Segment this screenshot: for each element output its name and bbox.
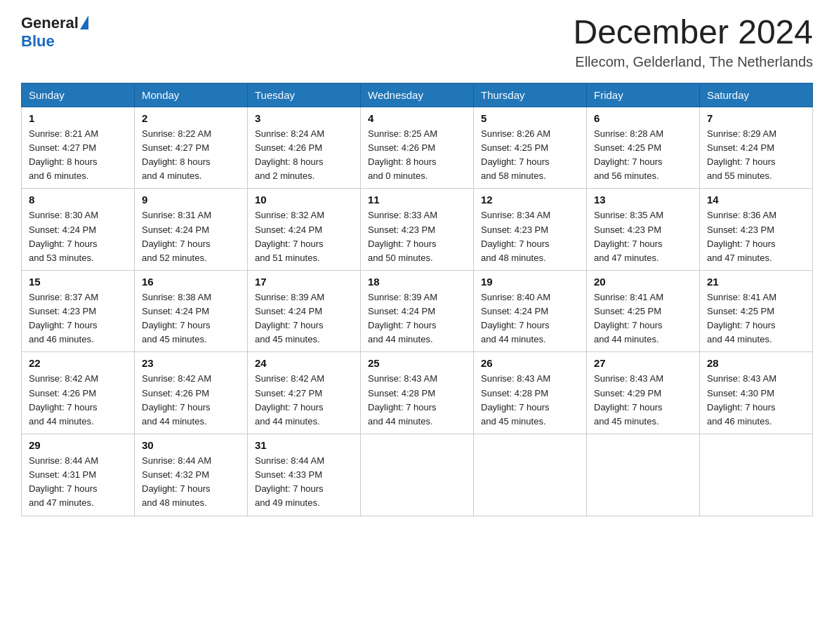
day-number: 9 (142, 194, 240, 206)
day-detail: Sunrise: 8:29 AMSunset: 4:24 PMDaylight:… (707, 127, 805, 184)
calendar-cell: 12Sunrise: 8:34 AMSunset: 4:23 PMDayligh… (474, 189, 587, 271)
weekday-header-monday: Monday (135, 83, 248, 107)
day-detail: Sunrise: 8:25 AMSunset: 4:26 PMDaylight:… (368, 127, 466, 184)
day-detail: Sunrise: 8:30 AMSunset: 4:24 PMDaylight:… (29, 208, 127, 265)
calendar-cell: 23Sunrise: 8:42 AMSunset: 4:26 PMDayligh… (135, 352, 248, 434)
day-number: 12 (481, 194, 579, 206)
calendar-week-row: 8Sunrise: 8:30 AMSunset: 4:24 PMDaylight… (22, 189, 813, 271)
day-detail: Sunrise: 8:34 AMSunset: 4:23 PMDaylight:… (481, 208, 579, 265)
day-number: 25 (368, 357, 466, 369)
calendar-table: SundayMondayTuesdayWednesdayThursdayFrid… (21, 83, 813, 516)
calendar-cell: 30Sunrise: 8:44 AMSunset: 4:32 PMDayligh… (135, 434, 248, 516)
day-detail: Sunrise: 8:39 AMSunset: 4:24 PMDaylight:… (255, 290, 353, 347)
calendar-header: SundayMondayTuesdayWednesdayThursdayFrid… (22, 83, 813, 107)
day-detail: Sunrise: 8:44 AMSunset: 4:33 PMDaylight:… (255, 454, 353, 511)
month-title: December 2024 (573, 14, 813, 51)
day-detail: Sunrise: 8:41 AMSunset: 4:25 PMDaylight:… (707, 290, 805, 347)
day-detail: Sunrise: 8:44 AMSunset: 4:31 PMDaylight:… (29, 454, 127, 511)
day-detail: Sunrise: 8:35 AMSunset: 4:23 PMDaylight:… (594, 208, 692, 265)
page-header: General Blue December 2024 Ellecom, Geld… (21, 14, 813, 70)
day-detail: Sunrise: 8:43 AMSunset: 4:28 PMDaylight:… (481, 372, 579, 429)
day-number: 21 (707, 276, 805, 288)
day-detail: Sunrise: 8:43 AMSunset: 4:29 PMDaylight:… (594, 372, 692, 429)
day-number: 30 (142, 439, 240, 451)
logo-blue-text: Blue (21, 32, 55, 51)
calendar-cell: 9Sunrise: 8:31 AMSunset: 4:24 PMDaylight… (135, 189, 248, 271)
day-number: 20 (594, 276, 692, 288)
day-detail: Sunrise: 8:43 AMSunset: 4:28 PMDaylight:… (368, 372, 466, 429)
calendar-cell: 21Sunrise: 8:41 AMSunset: 4:25 PMDayligh… (700, 270, 813, 352)
logo: General Blue (21, 14, 88, 51)
day-detail: Sunrise: 8:26 AMSunset: 4:25 PMDaylight:… (481, 127, 579, 184)
day-detail: Sunrise: 8:38 AMSunset: 4:24 PMDaylight:… (142, 290, 240, 347)
day-detail: Sunrise: 8:44 AMSunset: 4:32 PMDaylight:… (142, 454, 240, 511)
calendar-cell: 24Sunrise: 8:42 AMSunset: 4:27 PMDayligh… (248, 352, 361, 434)
day-detail: Sunrise: 8:37 AMSunset: 4:23 PMDaylight:… (29, 290, 127, 347)
calendar-cell: 2Sunrise: 8:22 AMSunset: 4:27 PMDaylight… (135, 107, 248, 189)
calendar-cell (361, 434, 474, 516)
weekday-header-saturday: Saturday (700, 83, 813, 107)
day-number: 11 (368, 194, 466, 206)
day-number: 3 (255, 112, 353, 124)
day-detail: Sunrise: 8:28 AMSunset: 4:25 PMDaylight:… (594, 127, 692, 184)
day-detail: Sunrise: 8:22 AMSunset: 4:27 PMDaylight:… (142, 127, 240, 184)
day-number: 28 (707, 357, 805, 369)
calendar-cell: 28Sunrise: 8:43 AMSunset: 4:30 PMDayligh… (700, 352, 813, 434)
day-number: 31 (255, 439, 353, 451)
calendar-cell (700, 434, 813, 516)
day-detail: Sunrise: 8:42 AMSunset: 4:27 PMDaylight:… (255, 372, 353, 429)
calendar-cell: 15Sunrise: 8:37 AMSunset: 4:23 PMDayligh… (22, 270, 135, 352)
weekday-header-friday: Friday (587, 83, 700, 107)
calendar-cell: 16Sunrise: 8:38 AMSunset: 4:24 PMDayligh… (135, 270, 248, 352)
calendar-cell: 29Sunrise: 8:44 AMSunset: 4:31 PMDayligh… (22, 434, 135, 516)
day-detail: Sunrise: 8:40 AMSunset: 4:24 PMDaylight:… (481, 290, 579, 347)
day-number: 18 (368, 276, 466, 288)
day-detail: Sunrise: 8:39 AMSunset: 4:24 PMDaylight:… (368, 290, 466, 347)
calendar-cell: 14Sunrise: 8:36 AMSunset: 4:23 PMDayligh… (700, 189, 813, 271)
day-detail: Sunrise: 8:24 AMSunset: 4:26 PMDaylight:… (255, 127, 353, 184)
day-detail: Sunrise: 8:31 AMSunset: 4:24 PMDaylight:… (142, 208, 240, 265)
weekday-header-row: SundayMondayTuesdayWednesdayThursdayFrid… (22, 83, 813, 107)
calendar-cell: 13Sunrise: 8:35 AMSunset: 4:23 PMDayligh… (587, 189, 700, 271)
day-number: 10 (255, 194, 353, 206)
day-number: 29 (29, 439, 127, 451)
calendar-body: 1Sunrise: 8:21 AMSunset: 4:27 PMDaylight… (22, 107, 813, 516)
weekday-header-sunday: Sunday (22, 83, 135, 107)
day-detail: Sunrise: 8:36 AMSunset: 4:23 PMDaylight:… (707, 208, 805, 265)
logo-general-text: General (21, 14, 79, 32)
calendar-week-row: 22Sunrise: 8:42 AMSunset: 4:26 PMDayligh… (22, 352, 813, 434)
location-title: Ellecom, Gelderland, The Netherlands (573, 54, 813, 70)
calendar-week-row: 1Sunrise: 8:21 AMSunset: 4:27 PMDaylight… (22, 107, 813, 189)
day-number: 1 (29, 112, 127, 124)
calendar-cell: 26Sunrise: 8:43 AMSunset: 4:28 PMDayligh… (474, 352, 587, 434)
calendar-cell: 17Sunrise: 8:39 AMSunset: 4:24 PMDayligh… (248, 270, 361, 352)
day-number: 8 (29, 194, 127, 206)
day-detail: Sunrise: 8:42 AMSunset: 4:26 PMDaylight:… (29, 372, 127, 429)
day-number: 24 (255, 357, 353, 369)
calendar-cell: 27Sunrise: 8:43 AMSunset: 4:29 PMDayligh… (587, 352, 700, 434)
day-number: 16 (142, 276, 240, 288)
day-number: 13 (594, 194, 692, 206)
day-detail: Sunrise: 8:41 AMSunset: 4:25 PMDaylight:… (594, 290, 692, 347)
day-number: 19 (481, 276, 579, 288)
calendar-week-row: 29Sunrise: 8:44 AMSunset: 4:31 PMDayligh… (22, 434, 813, 516)
day-detail: Sunrise: 8:42 AMSunset: 4:26 PMDaylight:… (142, 372, 240, 429)
day-detail: Sunrise: 8:32 AMSunset: 4:24 PMDaylight:… (255, 208, 353, 265)
calendar-cell: 10Sunrise: 8:32 AMSunset: 4:24 PMDayligh… (248, 189, 361, 271)
day-number: 17 (255, 276, 353, 288)
day-number: 22 (29, 357, 127, 369)
day-detail: Sunrise: 8:43 AMSunset: 4:30 PMDaylight:… (707, 372, 805, 429)
day-number: 6 (594, 112, 692, 124)
calendar-cell: 8Sunrise: 8:30 AMSunset: 4:24 PMDaylight… (22, 189, 135, 271)
day-number: 27 (594, 357, 692, 369)
weekday-header-tuesday: Tuesday (248, 83, 361, 107)
day-number: 2 (142, 112, 240, 124)
day-number: 26 (481, 357, 579, 369)
day-number: 4 (368, 112, 466, 124)
day-number: 7 (707, 112, 805, 124)
day-detail: Sunrise: 8:21 AMSunset: 4:27 PMDaylight:… (29, 127, 127, 184)
calendar-cell: 31Sunrise: 8:44 AMSunset: 4:33 PMDayligh… (248, 434, 361, 516)
day-number: 23 (142, 357, 240, 369)
calendar-cell (587, 434, 700, 516)
calendar-cell: 25Sunrise: 8:43 AMSunset: 4:28 PMDayligh… (361, 352, 474, 434)
